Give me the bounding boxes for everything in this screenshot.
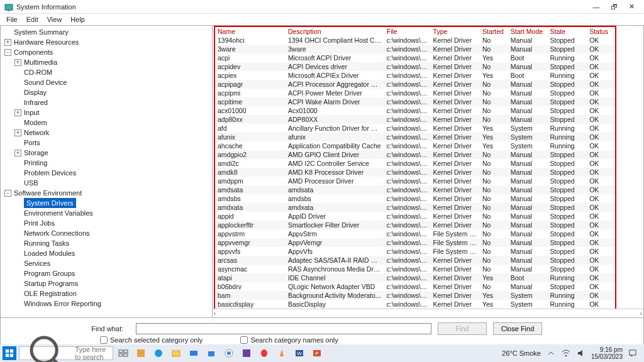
- close-button[interactable]: ✕: [623, 1, 640, 13]
- taskbar-vlc-icon[interactable]: [274, 346, 289, 360]
- menu-help[interactable]: Help: [67, 15, 89, 24]
- tree-node-printing[interactable]: Printing: [2, 158, 212, 168]
- minimize-button[interactable]: —: [587, 1, 605, 13]
- taskbar-mail-icon[interactable]: [186, 346, 201, 360]
- driver-grid-scroll[interactable]: NameDescriptionFileTypeStartedStart Mode…: [213, 26, 643, 309]
- maximize-button[interactable]: 🗗: [605, 1, 623, 13]
- table-row[interactable]: acpipmiACPI Power Meter Driverc:\windows…: [215, 89, 615, 97]
- clock[interactable]: 9:16 pm 15/03/2023: [591, 346, 623, 360]
- taskbar-search[interactable]: Type here to search: [19, 346, 113, 360]
- table-row[interactable]: basicdisplayBasicDisplayc:\windows\s...K…: [215, 300, 615, 309]
- table-row[interactable]: appvstrmAppvStrmc:\windows\s...File Syst…: [215, 229, 615, 238]
- tree-node-ports[interactable]: Ports: [2, 138, 212, 148]
- start-button[interactable]: [3, 346, 16, 360]
- table-row[interactable]: b06bdrvQLogic Network Adapter VBDc:\wind…: [215, 282, 615, 291]
- expand-icon[interactable]: -: [4, 190, 11, 197]
- menu-view[interactable]: View: [43, 15, 66, 24]
- expand-icon[interactable]: +: [14, 59, 21, 66]
- tree-node-ole-registration[interactable]: OLE Registration: [2, 288, 212, 299]
- expand-icon[interactable]: +: [14, 129, 21, 136]
- tree-node-environment-variables[interactable]: Environment Variables: [2, 208, 212, 218]
- tree-node-cd-rom[interactable]: CD-ROM: [2, 67, 212, 77]
- volume-icon[interactable]: [576, 348, 586, 358]
- tree-node-print-jobs[interactable]: Print Jobs: [2, 218, 212, 228]
- col-type[interactable]: Type: [431, 27, 480, 36]
- taskbar-word-icon[interactable]: W: [292, 346, 307, 360]
- find-what-input[interactable]: [136, 323, 431, 334]
- tree-node-system-summary[interactable]: System Summary: [2, 27, 212, 37]
- taskbar-store-icon[interactable]: [204, 346, 219, 360]
- table-row[interactable]: acpidevACPI Devices driverc:\windows\s..…: [215, 62, 615, 71]
- table-row[interactable]: afdAncillary Function Driver for Wi...c:…: [215, 124, 615, 133]
- tree-node-software-environment[interactable]: -Software Environment: [2, 188, 212, 198]
- col-state[interactable]: State: [547, 27, 587, 36]
- table-row[interactable]: amdsbsamdsbsc:\windows\s...Kernel Driver…: [215, 194, 615, 203]
- task-view-icon[interactable]: [116, 346, 131, 360]
- table-row[interactable]: acpipagrACPI Processor Aggregator Dr...c…: [215, 80, 615, 89]
- col-status[interactable]: Status: [587, 27, 615, 36]
- tree-node-sound-device[interactable]: Sound Device: [2, 77, 212, 87]
- table-row[interactable]: applockerfltrSmartlocker Filter Driverc:…: [215, 221, 615, 229]
- taskbar-powerpoint-icon[interactable]: P: [309, 346, 325, 360]
- tree-node-components[interactable]: -Components: [2, 47, 212, 57]
- tree-node-loaded-modules[interactable]: Loaded Modules: [2, 248, 212, 258]
- horizontal-scrollbar[interactable]: ‹›: [213, 309, 643, 317]
- expand-icon[interactable]: -: [4, 49, 11, 56]
- tree-node-startup-programs[interactable]: Startup Programs: [2, 278, 212, 288]
- expand-icon[interactable]: +: [4, 39, 11, 46]
- table-row[interactable]: appidAppID Driverc:\windows\s...Kernel D…: [215, 212, 615, 221]
- taskbar-opera-icon[interactable]: [257, 346, 272, 360]
- col-file[interactable]: File: [384, 27, 431, 36]
- table-row[interactable]: acpitimeACPI Wake Alarm Driverc:\windows…: [215, 97, 615, 106]
- table-row[interactable]: ahcacheApplication Compatibility Cachec:…: [215, 141, 615, 150]
- table-row[interactable]: afunixafunixc:\windows\s...Kernel Driver…: [215, 133, 615, 141]
- search-selected-only-checkbox[interactable]: [100, 336, 108, 344]
- tree-node-services[interactable]: Services: [2, 258, 212, 268]
- table-row[interactable]: amdi2cAMD I2C Controller Servicec:\windo…: [215, 159, 615, 168]
- tree-node-program-groups[interactable]: Program Groups: [2, 268, 212, 278]
- tree-node-modem[interactable]: Modem: [2, 118, 212, 128]
- col-description[interactable]: Description: [286, 27, 384, 36]
- table-row[interactable]: amdxataamdxatac:\windows\s...Kernel Driv…: [215, 203, 615, 212]
- table-row[interactable]: 1394ohci1394 OHCI Compliant Host Co...c:…: [215, 36, 615, 45]
- search-category-names-checkbox[interactable]: [240, 336, 248, 344]
- find-button[interactable]: Find: [438, 322, 487, 335]
- table-row[interactable]: acx01000Acx01000c:\windows\s...Kernel Dr…: [215, 106, 615, 115]
- table-row[interactable]: 3ware3warec:\windows\s...Kernel DriverNo…: [215, 45, 615, 53]
- taskbar-app-1[interactable]: [133, 346, 148, 360]
- table-row[interactable]: arcsasAdaptec SAS/SATA-II RAID Stor...c:…: [215, 256, 615, 265]
- wifi-icon[interactable]: [561, 348, 571, 358]
- tray-chevron-icon[interactable]: [546, 348, 556, 358]
- tree-node-input[interactable]: +Input: [2, 107, 212, 118]
- menu-edit[interactable]: Edit: [23, 15, 42, 24]
- table-row[interactable]: amdgpio2AMD GPIO Client Driverc:\windows…: [215, 150, 615, 159]
- tree-node-multimedia[interactable]: +Multimedia: [2, 57, 212, 67]
- table-row[interactable]: amdsataamdsatac:\windows\s...Kernel Driv…: [215, 185, 615, 194]
- col-name[interactable]: Name: [215, 27, 286, 36]
- taskbar-app-2[interactable]: [239, 346, 254, 360]
- weather-widget[interactable]: 26°C Smoke: [502, 349, 541, 357]
- table-row[interactable]: atapiIDE Channelc:\windows\s...Kernel Dr…: [215, 273, 615, 282]
- col-started[interactable]: Started: [480, 27, 508, 36]
- table-row[interactable]: amdppmAMD Processor Driverc:\windows\s..…: [215, 177, 615, 185]
- table-row[interactable]: asyncmacRAS Asynchronous Media Driverc:\…: [215, 265, 615, 273]
- tree-pane[interactable]: System Summary+Hardware Resources-Compon…: [1, 26, 213, 317]
- expand-icon[interactable]: +: [14, 109, 21, 116]
- system-tray[interactable]: 26°C Smoke 9:16 pm 15/03/2023: [498, 346, 641, 360]
- tree-node-infrared[interactable]: Infrared: [2, 97, 212, 107]
- taskbar-explorer-icon[interactable]: [169, 346, 184, 360]
- tree-node-storage[interactable]: +Storage: [2, 148, 212, 158]
- table-row[interactable]: amdk8AMD K8 Processor Driverc:\windows\s…: [215, 168, 615, 177]
- taskbar-edge-icon[interactable]: [151, 346, 166, 360]
- tree-node-system-drivers[interactable]: System Drivers: [2, 198, 212, 208]
- tree-node-network-connections[interactable]: Network Connections: [2, 228, 212, 238]
- taskbar-chrome-icon[interactable]: [221, 346, 236, 360]
- tree-node-network[interactable]: +Network: [2, 128, 212, 138]
- tree-node-hardware-resources[interactable]: +Hardware Resources: [2, 37, 212, 47]
- table-row[interactable]: acpiMicrosoft ACPI Driverc:\windows\s...…: [215, 53, 615, 62]
- tree-node-problem-devices[interactable]: Problem Devices: [2, 168, 212, 178]
- tree-node-running-tasks[interactable]: Running Tasks: [2, 238, 212, 248]
- table-row[interactable]: adp80xxADP80XXc:\windows\s...Kernel Driv…: [215, 115, 615, 124]
- tree-node-display[interactable]: Display: [2, 87, 212, 97]
- notifications-icon[interactable]: [628, 348, 638, 358]
